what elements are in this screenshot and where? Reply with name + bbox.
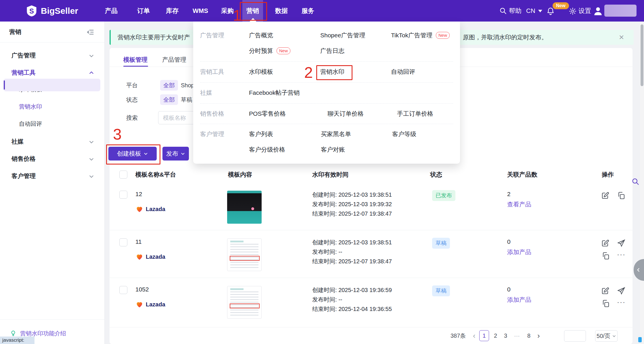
mega-item-customer-statement[interactable]: 客户对账: [321, 146, 345, 154]
row-checkbox[interactable]: [119, 238, 127, 246]
edit-icon[interactable]: [601, 287, 610, 295]
mega-item-customer-list[interactable]: 客户列表: [249, 130, 273, 138]
sidebar-group-ads[interactable]: 广告管理: [12, 51, 36, 59]
template-thumbnail[interactable]: [227, 191, 262, 224]
scrollbar-thumb[interactable]: [641, 24, 643, 86]
thumbnail-highlight-box: [230, 256, 260, 261]
row-checkbox[interactable]: [119, 286, 127, 294]
tab-product-management[interactable]: 产品管理: [162, 56, 186, 64]
nav-item-services[interactable]: 服务: [298, 0, 318, 22]
edit-icon[interactable]: [601, 191, 610, 200]
col-actions: 操作: [602, 171, 614, 179]
sidebar-group-customer[interactable]: 客户管理: [12, 172, 36, 180]
mega-item-pos-price[interactable]: POS零售价格: [249, 110, 286, 118]
mega-item-auto-review[interactable]: 自动回评: [391, 68, 415, 76]
notice-close-icon[interactable]: ✕: [619, 34, 624, 41]
mega-item-watermark-template[interactable]: 水印模板: [249, 68, 273, 76]
copy-icon[interactable]: [601, 252, 610, 260]
more-actions-icon[interactable]: ···: [617, 250, 626, 258]
status-filter-draft[interactable]: 草稿: [181, 96, 192, 104]
nav-item-orders[interactable]: 订单: [133, 0, 154, 22]
copy-icon[interactable]: [617, 191, 626, 200]
template-name: 1052: [135, 286, 149, 293]
sidebar-group-tools[interactable]: 营销工具: [12, 69, 36, 77]
mega-item-ad-overview[interactable]: 广告概览: [249, 31, 273, 39]
platform-filter-all[interactable]: 全部: [160, 80, 178, 91]
help-search-icon[interactable]: [499, 7, 507, 15]
row-checkbox[interactable]: [119, 191, 127, 199]
browser-status-bar: javascript:: [0, 337, 34, 344]
mega-item-manual-order-price[interactable]: 手工订单价格: [397, 110, 433, 118]
brand-logo[interactable]: S BigSeller: [25, 0, 78, 22]
table-search-icon[interactable]: [631, 177, 639, 185]
sidebar-title: 营销: [9, 28, 21, 36]
nav-item-products[interactable]: 产品: [101, 0, 121, 22]
sidebar-collapse-icon[interactable]: [86, 28, 94, 36]
nav-item-data[interactable]: 数据: [271, 0, 292, 22]
add-products-link[interactable]: 添加产品: [507, 296, 531, 304]
jump-to-input[interactable]: [564, 330, 586, 342]
end-time-value: 2025-12-07 19:38:47: [338, 258, 392, 264]
prev-page-icon[interactable]: ‹: [473, 331, 476, 340]
chevron-down-icon: [89, 53, 94, 59]
send-icon[interactable]: [617, 287, 626, 295]
gear-icon[interactable]: [569, 7, 577, 15]
bigseller-logo-icon: S: [25, 5, 38, 17]
mega-item-chat-order-price[interactable]: 聊天订单价格: [327, 110, 364, 118]
page-8[interactable]: 8: [527, 333, 530, 339]
settings-link[interactable]: 设置: [578, 0, 591, 22]
published-time-label: 发布时间:: [312, 201, 338, 207]
mega-item-shopee-ads[interactable]: Shopee广告管理: [320, 31, 365, 39]
notice-text-right: 原图，并取消水印的定时发布。: [463, 33, 547, 41]
created-time: 创建时间: 2025-12-03 19:38:51: [312, 191, 392, 199]
page-size-select[interactable]: 50/页: [595, 330, 618, 342]
svg-text:S: S: [29, 7, 34, 15]
mega-item-hourly-budget[interactable]: 分时预算: [249, 47, 273, 55]
publish-button[interactable]: 发布: [162, 147, 189, 161]
edit-icon[interactable]: [601, 239, 610, 248]
sidebar-group-social[interactable]: 社媒: [12, 138, 24, 146]
copy-icon[interactable]: [601, 299, 610, 308]
page-1-current[interactable]: 1: [479, 330, 489, 341]
send-icon[interactable]: [617, 239, 626, 248]
chevron-down-icon: [89, 173, 94, 179]
search-filter-label: 搜索: [126, 114, 138, 122]
panel-collapse-handle[interactable]: [634, 259, 644, 281]
published-time: 发布时间: 2025-12-03 19:39:32: [312, 200, 392, 208]
mega-item-facebook-posts[interactable]: Facebook帖子营销: [249, 89, 300, 97]
sidebar-item-marketing-watermark[interactable]: 营销水印: [19, 103, 42, 111]
chevron-up-icon: [89, 70, 94, 76]
platform-lazada: Lazada: [135, 300, 165, 308]
nav-item-inventory[interactable]: 库存: [162, 0, 182, 22]
view-products-link[interactable]: 查看产品: [507, 200, 531, 208]
username-blurred[interactable]: [604, 5, 637, 17]
row-divider: [110, 278, 632, 278]
mega-item-customer-tier-price[interactable]: 客户分级价格: [249, 146, 285, 154]
status-filter-label: 状态: [126, 96, 138, 104]
nav-item-wms[interactable]: WMS: [187, 0, 213, 22]
more-actions-icon[interactable]: ···: [617, 298, 626, 306]
page-3[interactable]: 3: [504, 333, 507, 339]
mega-item-ad-log[interactable]: 广告日志: [320, 47, 344, 55]
page-2[interactable]: 2: [494, 333, 497, 339]
mega-item-tiktok-ads[interactable]: TikTok广告管理: [391, 31, 432, 39]
template-thumbnail[interactable]: [227, 238, 262, 271]
template-thumbnail[interactable]: [227, 286, 262, 319]
linked-product-count: 0: [507, 286, 511, 293]
add-products-link[interactable]: 添加产品: [507, 248, 531, 256]
watermark-intro-link[interactable]: 营销水印功能介绍: [20, 330, 66, 337]
tab-template-management[interactable]: 模板管理: [123, 56, 147, 64]
sidebar-group-price[interactable]: 销售价格: [12, 155, 36, 163]
help-link[interactable]: 帮助: [509, 0, 522, 22]
mega-item-customer-level[interactable]: 客户等级: [392, 130, 416, 138]
select-all-checkbox[interactable]: [119, 171, 127, 179]
language-selector[interactable]: CN: [526, 0, 535, 22]
mega-item-buyer-blacklist[interactable]: 买家黑名单: [321, 130, 351, 138]
sidebar-item-auto-review[interactable]: 自动回评: [19, 120, 42, 128]
mega-section-social-label: 社媒: [200, 89, 212, 97]
next-page-icon[interactable]: ›: [537, 331, 540, 340]
page-ellipsis[interactable]: ···: [514, 333, 520, 339]
mega-section-customer-label: 客户管理: [200, 130, 224, 138]
user-avatar-icon[interactable]: [593, 5, 603, 17]
status-filter-all[interactable]: 全部: [160, 94, 178, 105]
